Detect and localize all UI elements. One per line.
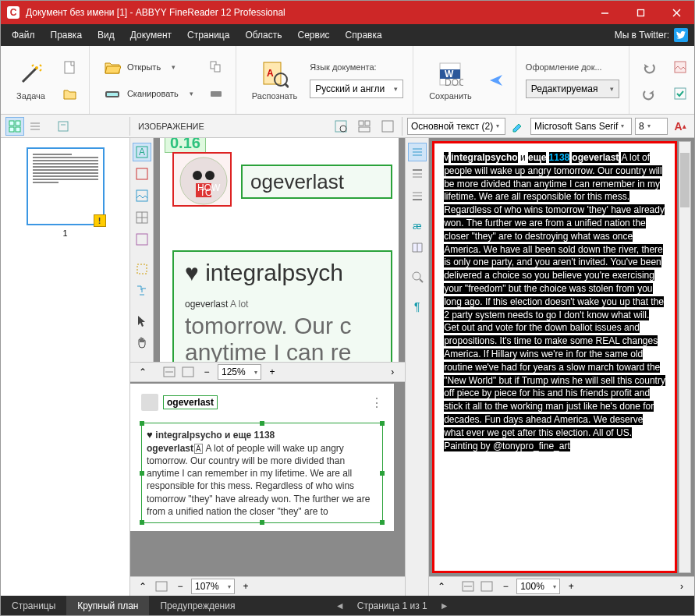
- picture-area-tool[interactable]: [133, 165, 151, 183]
- status-tab-warnings[interactable]: Предупреждения: [149, 596, 246, 615]
- zoom-out-button[interactable]: −: [199, 364, 215, 380]
- fit-width-icon[interactable]: [460, 579, 476, 594]
- scroll-right-icon[interactable]: ›: [385, 364, 400, 380]
- lang-combo[interactable]: Русский и англи ▾: [310, 80, 403, 98]
- text-mode-footer[interactable]: [408, 186, 427, 205]
- text-mode-body[interactable]: [408, 143, 427, 161]
- menu-edit[interactable]: Правка: [43, 27, 90, 44]
- pointer-tool[interactable]: [133, 311, 151, 330]
- style-combo[interactable]: Основной текст (2)▾: [407, 118, 505, 135]
- layout-combo[interactable]: Редактируемая ▾: [526, 80, 619, 98]
- zoom-in-button[interactable]: +: [238, 579, 254, 594]
- barcode-tool[interactable]: [133, 230, 151, 249]
- text-area-tool[interactable]: A: [133, 143, 151, 161]
- zoom-in-button[interactable]: +: [563, 579, 579, 594]
- dictionary-button[interactable]: [408, 238, 427, 257]
- verify-button[interactable]: [670, 83, 690, 104]
- svg-line-4: [23, 68, 37, 82]
- text-zoom-combo[interactable]: 100%▾: [516, 579, 560, 594]
- details-view-button[interactable]: [26, 117, 44, 136]
- props-button[interactable]: [54, 117, 73, 136]
- undo-button[interactable]: [639, 57, 659, 77]
- save-button[interactable]: WDOCX Сохранить: [423, 57, 478, 104]
- zoom-out-button[interactable]: −: [172, 579, 188, 594]
- analyze-button[interactable]: [355, 117, 374, 136]
- highlighter-button[interactable]: [509, 117, 527, 136]
- timestamp-fragment: 0.16: [165, 138, 206, 153]
- closeup-text-region[interactable]: ♥ integralpsycho и еще 1138 ogeverlastA …: [141, 423, 383, 523]
- page-prev-button[interactable]: ◄: [335, 600, 345, 611]
- fontsize-combo[interactable]: 8▾: [635, 118, 668, 135]
- image-options-button[interactable]: [378, 117, 397, 136]
- chevron-down-icon: ▾: [394, 85, 398, 93]
- text-region-body[interactable]: ♥ integralpsych ogeverlast A lot tomorro…: [172, 250, 392, 362]
- collapse-up-icon[interactable]: ⌃: [434, 579, 449, 594]
- menu-document[interactable]: Документ: [122, 27, 179, 44]
- page-next-button[interactable]: ►: [440, 600, 449, 611]
- scrollbar-thumb[interactable]: [680, 153, 690, 207]
- more-icon[interactable]: ⋮: [371, 395, 383, 410]
- special-chars-button[interactable]: æ: [408, 216, 427, 235]
- send-button[interactable]: [486, 70, 506, 90]
- new-doc-button[interactable]: [59, 57, 80, 77]
- font-combo[interactable]: Microsoft Sans Serif▾: [530, 118, 632, 135]
- status-tab-closeup[interactable]: Крупный план: [66, 596, 149, 615]
- bg-picture-tool[interactable]: [133, 186, 151, 205]
- twitter-link[interactable]: Мы в Twitter:: [612, 28, 691, 42]
- recognized-text-block[interactable]: v integralpsycho и еще 1138 ogeverlast A…: [432, 141, 677, 573]
- scroll-right-icon[interactable]: ›: [674, 579, 690, 594]
- menu-file[interactable]: Файл: [4, 27, 43, 44]
- order-tool[interactable]: [133, 281, 151, 300]
- zoom-out-button[interactable]: −: [498, 579, 513, 594]
- task-button[interactable]: Задача: [10, 57, 51, 104]
- menu-service[interactable]: Сервис: [290, 27, 338, 44]
- scan-label: Сканировать: [127, 89, 179, 98]
- menu-help[interactable]: Справка: [338, 27, 390, 44]
- nonprinting-button[interactable]: ¶: [408, 297, 427, 316]
- menu-area[interactable]: Область: [237, 27, 289, 44]
- open-button[interactable]: Открыть ▾: [99, 56, 198, 78]
- scan-button[interactable]: Сканировать ▾: [99, 83, 198, 104]
- close-button[interactable]: [658, 1, 694, 24]
- fit-icon[interactable]: [154, 579, 169, 594]
- closeup-canvas[interactable]: ogeverlast ⋮ ♥ integralpsycho и еще 1138…: [130, 382, 405, 576]
- vertical-scrollbar[interactable]: [679, 141, 691, 573]
- svg-rect-25: [9, 121, 14, 126]
- add-page-button[interactable]: [206, 57, 226, 77]
- menu-page[interactable]: Страница: [179, 27, 237, 44]
- menu-view[interactable]: Вид: [90, 27, 122, 44]
- recognize-button[interactable]: A Распознать: [246, 57, 303, 104]
- hand-tool[interactable]: [133, 333, 151, 352]
- fit-page-icon[interactable]: [180, 364, 196, 380]
- add-scan-button[interactable]: [206, 83, 226, 104]
- open-doc-button[interactable]: [59, 83, 80, 104]
- text-document[interactable]: v integralpsycho и еще 1138 ogeverlast A…: [429, 138, 694, 576]
- image-canvas[interactable]: 0.16 HOWTO ogeverlast ♥ integralpsych og…: [154, 138, 405, 362]
- table-area-tool[interactable]: [133, 208, 151, 227]
- collapse-up-icon[interactable]: ⌃: [135, 579, 151, 594]
- zoom-in-button[interactable]: +: [264, 364, 280, 380]
- minimize-button[interactable]: [587, 1, 622, 24]
- closeup-zoom-combo[interactable]: 107%▾: [191, 579, 235, 594]
- collapse-up-icon[interactable]: ⌃: [135, 364, 151, 380]
- text-region-username[interactable]: ogeverlast: [241, 165, 392, 199]
- image-editor-button[interactable]: [670, 57, 690, 77]
- text-toolbar: æ ¶: [406, 138, 429, 596]
- page-thumbnail-1[interactable]: !: [27, 147, 105, 225]
- recognition-area-tool[interactable]: [133, 260, 151, 278]
- find-button[interactable]: [408, 267, 427, 286]
- status-tab-pages[interactable]: Страницы: [1, 596, 66, 615]
- svg-rect-42: [137, 168, 147, 179]
- image-zoom-combo[interactable]: 125%▾: [218, 364, 261, 380]
- read-area-button[interactable]: [332, 117, 350, 136]
- maximize-button[interactable]: [622, 1, 658, 24]
- image-region[interactable]: HOWTO: [172, 152, 232, 207]
- fit-width-icon[interactable]: [161, 364, 177, 380]
- fit-page-icon[interactable]: [479, 579, 495, 594]
- twitter-label: Мы в Twitter:: [615, 30, 669, 41]
- thumbnails-view-button[interactable]: [5, 117, 24, 136]
- recognize-label: Распознать: [252, 91, 297, 101]
- text-mode-header[interactable]: [408, 165, 427, 183]
- increase-font-button[interactable]: A▴: [671, 117, 690, 136]
- redo-button[interactable]: [639, 83, 659, 104]
